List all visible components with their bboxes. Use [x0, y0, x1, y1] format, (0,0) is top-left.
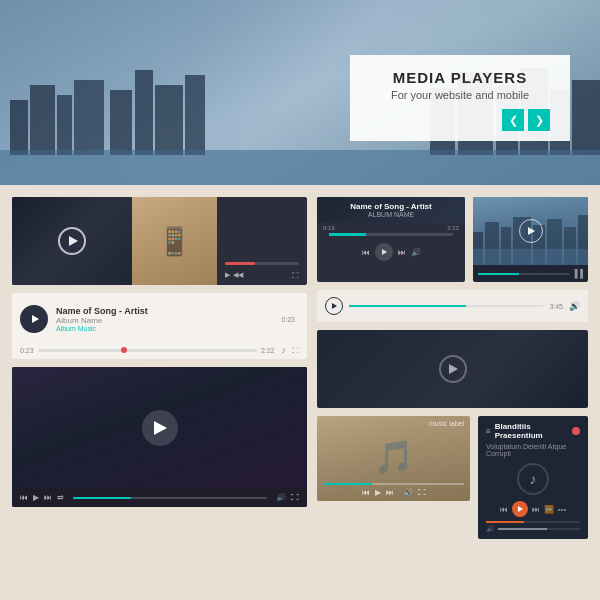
- svg-rect-4: [74, 80, 104, 155]
- hp-progress-bar[interactable]: [349, 305, 543, 307]
- hand-photo-player: 🎵 ⏮ ▶ ⏭ 🔊 ⛶ music label: [317, 416, 470, 501]
- next-ctrl-icon[interactable]: ⏭: [44, 493, 52, 502]
- city-video-progress-fill: [478, 273, 519, 275]
- right-top-row: Name of Song - Artist ALBUM NAME 0:13 2:…: [317, 197, 588, 282]
- mcd-next-icon[interactable]: ⏭: [532, 505, 540, 514]
- ca-play-button[interactable]: [375, 243, 393, 261]
- ca-time-start: 0:13: [323, 225, 335, 231]
- ca-progress-bar[interactable]: [329, 233, 453, 236]
- large-volume-icon[interactable]: 🔊: [276, 493, 286, 502]
- thumb-overlay: 📱: [132, 197, 217, 285]
- ca-time-end: 2:22: [447, 225, 459, 231]
- info-box-subtitle: For your website and mobile: [370, 89, 550, 101]
- hpp-label: music label: [429, 420, 464, 427]
- svg-rect-8: [185, 75, 205, 155]
- dark-video-mid-player: [317, 330, 588, 408]
- large-play-icon: [154, 421, 167, 435]
- play-ctrl-icon[interactable]: ⏮: [20, 493, 28, 502]
- ca-vol-icon[interactable]: 🔊: [411, 248, 421, 257]
- mcd-progress-bar[interactable]: [486, 521, 580, 523]
- hero-prev-button[interactable]: ❮: [502, 109, 524, 131]
- large-progress-fill: [73, 497, 131, 499]
- right-column: Name of Song - Artist ALBUM NAME 0:13 2:…: [317, 197, 588, 588]
- audio-progress-bar[interactable]: [38, 349, 257, 352]
- ca-progress-fill: [329, 233, 366, 236]
- compact-audio-player: Name of Song - Artist ALBUM NAME 0:13 2:…: [317, 197, 465, 282]
- audio-album: Album Music: [56, 325, 273, 332]
- city-video-player: ▐▐: [473, 197, 588, 282]
- svg-rect-2: [30, 85, 55, 155]
- audio-duration: 2:22: [261, 347, 275, 354]
- hp-play-button[interactable]: [325, 297, 343, 315]
- play-icon-1: [69, 236, 78, 246]
- hpp-prev-icon[interactable]: ⏮: [362, 488, 370, 497]
- hp-time: 3:45: [549, 303, 563, 310]
- hero-section: MEDIA PLAYERS For your website and mobil…: [0, 0, 600, 185]
- audio-expand-icon[interactable]: ⛶: [292, 347, 299, 354]
- audio-volume-icon[interactable]: ♪: [282, 345, 287, 355]
- mute-icon-1[interactable]: ◀◀: [233, 271, 243, 279]
- hp-progress-fill: [349, 305, 466, 307]
- hpp-expand-icon[interactable]: ⛶: [418, 488, 426, 497]
- play-button-1[interactable]: [58, 227, 86, 255]
- mcd-play-button[interactable]: [512, 501, 528, 517]
- expand-icon-1[interactable]: ⛶: [292, 272, 299, 279]
- video-controls-1: ▶ ◀◀ ⛶: [217, 197, 307, 285]
- mcd-prev-icon[interactable]: ⏮: [500, 505, 508, 514]
- audio-play-icon: [32, 315, 39, 323]
- hpp-vol-icon[interactable]: 🔊: [403, 488, 413, 497]
- large-progress-bar[interactable]: [73, 497, 267, 499]
- svg-rect-5: [110, 90, 132, 155]
- city-video-screen: [473, 197, 588, 265]
- progress-container-1: [225, 262, 299, 265]
- mcd-play-icon: [518, 506, 523, 512]
- dvm-play-button[interactable]: [439, 355, 467, 383]
- mcd-progress-fill: [486, 521, 524, 523]
- hp-vol-icon[interactable]: 🔊: [569, 301, 580, 311]
- ca-prev-icon[interactable]: ⏮: [362, 248, 370, 257]
- video-screen-1: [12, 197, 132, 285]
- mcd-vol-row: 🔊: [486, 525, 580, 533]
- large-video-player: ⏮ ▶ ⏭ ⇄ 🔊 ⛶: [12, 367, 307, 507]
- shuffle-icon[interactable]: ⇄: [57, 493, 64, 502]
- mcd-more-icon[interactable]: •••: [558, 505, 566, 514]
- mcd-skip-icon[interactable]: ⏩: [544, 505, 554, 514]
- hand-device-icon: 🎵: [374, 438, 414, 476]
- city-video-controls: ▐▐: [473, 265, 588, 282]
- mcd-note-circle: ♪: [517, 463, 549, 495]
- mcd-vol-bar[interactable]: [498, 528, 580, 530]
- city-video-vol-icon[interactable]: ▐▐: [572, 269, 583, 278]
- small-video-player-1: 📱 ▶ ◀◀ ⛶: [12, 197, 307, 285]
- hpp-progress-bar[interactable]: [323, 483, 464, 485]
- hpp-play-icon[interactable]: ▶: [375, 488, 381, 497]
- ca-next-icon[interactable]: ⏭: [398, 248, 406, 257]
- large-video-screen: [12, 367, 307, 488]
- right-bottom-row: 🎵 ⏮ ▶ ⏭ 🔊 ⛶ music label: [317, 416, 588, 539]
- audio-artist: Album Name: [56, 316, 273, 325]
- hand-phone-icon: 📱: [157, 225, 192, 258]
- hero-next-button[interactable]: ❯: [528, 109, 550, 131]
- audio-bottom-controls: 0:23 2:22 ♪ ⛶: [12, 345, 307, 359]
- volume-icon-1[interactable]: ▶: [225, 271, 230, 279]
- audio-progress-dot: [121, 347, 127, 353]
- mcd-menu-icon[interactable]: ≡: [486, 427, 491, 436]
- large-expand-icon[interactable]: ⛶: [291, 493, 299, 502]
- ca-time-row: 0:13 2:22: [317, 223, 465, 233]
- mcd-controls: ⏮ ⏭ ⏩ •••: [486, 501, 580, 517]
- svg-rect-7: [155, 85, 183, 155]
- prev-ctrl-icon[interactable]: ▶: [33, 493, 39, 502]
- large-play-button[interactable]: [142, 410, 178, 446]
- city-video-play-button[interactable]: [519, 219, 543, 243]
- ca-controls: ⏮ ⏭ 🔊: [317, 239, 465, 265]
- mcd-subtitle: Voluptatum Deleniti Atque Corrupti: [486, 443, 580, 457]
- svg-rect-15: [0, 150, 600, 185]
- ca-subtitle: ALBUM NAME: [325, 211, 457, 218]
- progress-fill-1: [225, 262, 255, 265]
- audio-play-button[interactable]: [20, 305, 48, 333]
- dvm-play-icon: [449, 364, 458, 374]
- audio-time-label: 0:23: [20, 347, 34, 354]
- mcd-vol-fill: [498, 528, 547, 530]
- hpp-next-icon[interactable]: ⏭: [386, 488, 394, 497]
- mcd-vol-icon[interactable]: 🔊: [486, 525, 495, 533]
- city-video-progress[interactable]: [478, 273, 569, 275]
